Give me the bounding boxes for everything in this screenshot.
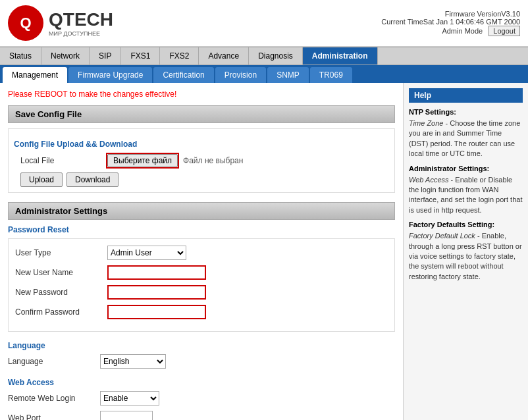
- nav-tab-administration[interactable]: Administration: [303, 47, 378, 65]
- current-time: Current TimeSat Jan 1 04:06:46 GMT 2000: [381, 18, 520, 26]
- password-reset-header: Password Reset: [8, 225, 395, 234]
- choose-file-wrapper: Выберите файл: [106, 153, 179, 169]
- choose-file-button[interactable]: Выберите файл: [107, 154, 178, 167]
- web-port-label: Web Port: [8, 413, 100, 420]
- action-buttons: Upload Download: [14, 172, 389, 187]
- nav-tab-fxs2[interactable]: FXS2: [160, 47, 199, 65]
- sub-tab-tr069[interactable]: TR069: [310, 67, 352, 83]
- web-port-row: Web Port 80: [8, 411, 395, 420]
- content-wrapper: Please REBOOT to make the changes effect…: [0, 83, 528, 420]
- user-type-select[interactable]: Admin User Guest User: [107, 246, 186, 260]
- new-username-input[interactable]: [107, 265, 206, 280]
- logo-name: QTECH: [49, 9, 113, 30]
- language-label: Language: [8, 357, 100, 366]
- confirm-password-input[interactable]: [107, 305, 206, 319]
- nav-tab-status[interactable]: Status: [0, 47, 41, 65]
- firmware-version: Firmware VersionV3.10: [381, 10, 520, 18]
- sub-tab-firmware[interactable]: Firmware Upgrade: [68, 67, 152, 83]
- admin-section: Password Reset User Type Admin User Gues…: [8, 225, 395, 332]
- config-upload-section: Config File Upload && Download Local Fil…: [8, 128, 395, 193]
- sub-tab-provision[interactable]: Provision: [215, 67, 266, 83]
- new-username-label: New User Name: [15, 268, 107, 277]
- main-content: Please REBOOT to make the changes effect…: [0, 83, 403, 420]
- admin-settings-header: Administrator Settings: [8, 202, 395, 220]
- local-file-label: Local File: [20, 156, 106, 165]
- logout-button[interactable]: Logout: [488, 26, 520, 36]
- password-reset-box: User Type Admin User Guest User New User…: [8, 238, 395, 332]
- confirm-password-label: Confirm Password: [15, 307, 107, 317]
- warning-message: Please REBOOT to make the changes effect…: [8, 90, 395, 99]
- nav-tab-network[interactable]: Network: [41, 47, 90, 65]
- save-config-header: Save Config File: [8, 105, 395, 123]
- new-password-row: New Password: [15, 285, 388, 300]
- download-button[interactable]: Download: [66, 172, 119, 187]
- ntp-settings-text: Time Zone - Choose the time zone you are…: [409, 118, 523, 159]
- nav-tab-advance[interactable]: Advance: [199, 47, 249, 65]
- language-row: Language English Chinese Russian: [8, 354, 395, 369]
- header: Q QTECH МИР ДОСТУПНЕЕ Firmware VersionV3…: [0, 0, 528, 47]
- admin-mode-label: Admin Mode: [442, 27, 483, 35]
- web-port-input[interactable]: 80: [100, 411, 153, 420]
- remote-web-login-row: Remote Web Login Enable Disable: [8, 391, 395, 406]
- local-file-value: Выберите файл Файл не выбран: [106, 153, 243, 169]
- factory-defaults-text: Factory Default Lock - Enable, through a…: [409, 231, 523, 282]
- nav-tab-fxs1[interactable]: FXS1: [121, 47, 160, 65]
- help-panel: Help NTP Settings: Time Zone - Choose th…: [403, 83, 528, 420]
- logo-subtitle: МИР ДОСТУПНЕЕ: [49, 30, 113, 37]
- config-upload-header: Config File Upload && Download: [14, 140, 389, 149]
- nav-tab-diagnosis[interactable]: Diagnosis: [249, 47, 303, 65]
- sub-tab-snmp[interactable]: SNMP: [267, 67, 309, 83]
- web-access-header: Web Access: [8, 378, 395, 387]
- nav-tabs: Status Network SIP FXS1 FXS2 Advance Dia…: [0, 47, 528, 65]
- ntp-settings-title: NTP Settings:: [409, 108, 523, 116]
- upload-button[interactable]: Upload: [20, 172, 63, 187]
- sub-tab-management[interactable]: Management: [3, 67, 67, 83]
- header-info: Firmware VersionV3.10 Current TimeSat Ja…: [381, 10, 520, 36]
- new-password-input[interactable]: [107, 285, 206, 300]
- sub-tab-certification[interactable]: Certification: [153, 67, 213, 83]
- remote-web-login-select[interactable]: Enable Disable: [100, 391, 159, 406]
- new-username-row: New User Name: [15, 265, 388, 280]
- logo-letter: Q: [20, 14, 31, 32]
- nav-tab-sip[interactable]: SIP: [90, 47, 121, 65]
- admin-settings-help-text: Web Access - Enable or Disable the login…: [409, 175, 523, 216]
- new-password-label: New Password: [15, 288, 107, 297]
- user-type-row: User Type Admin User Guest User: [15, 246, 388, 260]
- no-file-text: Файл не выбран: [183, 156, 243, 165]
- user-type-label: User Type: [15, 248, 107, 257]
- local-file-row: Local File Выберите файл Файл не выбран: [14, 153, 389, 169]
- language-section: Language Language English Chinese Russia…: [8, 341, 395, 369]
- logo-icon: Q: [8, 5, 43, 41]
- confirm-password-row: Confirm Password: [15, 305, 388, 319]
- remote-web-login-label: Remote Web Login: [8, 394, 100, 403]
- logo-area: Q QTECH МИР ДОСТУПНЕЕ: [8, 5, 113, 41]
- language-header: Language: [8, 341, 395, 350]
- web-access-section: Web Access Remote Web Login Enable Disab…: [8, 378, 395, 420]
- sub-tabs: Management Firmware Upgrade Certificatio…: [0, 65, 528, 83]
- help-header: Help: [409, 88, 523, 103]
- language-select[interactable]: English Chinese Russian: [100, 354, 166, 369]
- factory-defaults-title: Factory Defaults Setting:: [409, 221, 523, 228]
- admin-settings-help-title: Administrator Settings:: [409, 165, 523, 172]
